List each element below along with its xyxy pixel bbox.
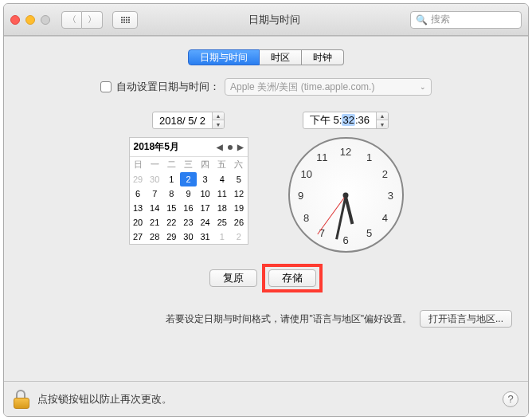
calendar-day[interactable]: 26 xyxy=(230,215,247,230)
calendar-day[interactable]: 29 xyxy=(163,230,180,244)
content: 日期与时间 时区 时钟 自动设置日期与时间： Apple 美洲/美国 (time… xyxy=(4,36,528,416)
time-minute: 32 xyxy=(342,114,354,126)
minimize-icon[interactable] xyxy=(25,15,35,25)
calendar-day[interactable]: 30 xyxy=(180,230,197,244)
hint-row: 若要设定日期与时间格式，请使用"语言与地区"偏好设置。 打开语言与地区... xyxy=(20,310,512,328)
open-language-region-button[interactable]: 打开语言与地区... xyxy=(420,310,512,328)
close-icon[interactable] xyxy=(10,15,20,25)
time-column: 下午 5:32:36 ▲ ▼ 12 1 2 3 xyxy=(288,112,404,253)
show-all-button[interactable] xyxy=(112,11,138,29)
time-ampm: 下午 xyxy=(310,114,331,126)
calendar-day[interactable]: 21 xyxy=(147,215,163,230)
calendar-day[interactable]: 7 xyxy=(147,186,163,201)
calendar-day[interactable]: 24 xyxy=(197,215,213,230)
calendar-day[interactable]: 17 xyxy=(197,201,213,215)
search-icon: 🔍 xyxy=(416,14,428,26)
calendar-weekday: 二 xyxy=(163,157,180,172)
date-value: 2018/ 5/ 2 xyxy=(153,115,212,127)
calendar-day[interactable]: 10 xyxy=(197,186,213,201)
analog-clock: 12 1 2 3 4 5 6 7 8 9 10 11 xyxy=(288,137,404,253)
tab-clock[interactable]: 时钟 xyxy=(302,49,344,65)
stepper-down-icon[interactable]: ▼ xyxy=(377,120,388,128)
calendar-day[interactable]: 1 xyxy=(163,172,180,186)
calendar-day[interactable]: 2 xyxy=(180,172,197,186)
forward-button[interactable]: 〉 xyxy=(82,11,103,29)
date-field[interactable]: 2018/ 5/ 2 ▲ ▼ xyxy=(152,112,225,129)
clock-6: 6 xyxy=(342,234,348,245)
clock-face: 12 1 2 3 4 5 6 7 8 9 10 11 xyxy=(288,137,404,253)
chevron-down-icon: ⌄ xyxy=(420,83,426,91)
calendar-day[interactable]: 12 xyxy=(230,186,247,201)
calendar-weekday: 五 xyxy=(213,157,230,172)
calendar-weekday: 一 xyxy=(147,157,163,172)
calendar-day[interactable]: 14 xyxy=(147,201,163,215)
calendar-day[interactable]: 3 xyxy=(197,172,213,186)
lock-body-icon xyxy=(14,398,29,409)
calendar-day[interactable]: 11 xyxy=(213,186,230,201)
save-button[interactable]: 存储 xyxy=(268,269,316,287)
calendar-day[interactable]: 9 xyxy=(180,186,197,201)
calendar-day[interactable]: 19 xyxy=(230,201,247,215)
calendar-weekday: 三 xyxy=(180,157,197,172)
clock-center xyxy=(343,192,349,198)
calendar-prev-icon[interactable]: ◀ xyxy=(217,143,223,151)
help-button[interactable]: ? xyxy=(503,391,518,407)
stepper-up-icon[interactable]: ▲ xyxy=(213,112,224,120)
calendar-day-prev[interactable]: 30 xyxy=(147,172,163,186)
clock-5: 5 xyxy=(366,227,372,239)
calendar-day-prev[interactable]: 29 xyxy=(130,172,147,186)
calendar-day[interactable]: 15 xyxy=(163,201,180,215)
highlight-box: 存储 xyxy=(262,264,323,292)
clock-12: 12 xyxy=(340,145,351,157)
calendar: 2018年5月 ◀ ▶ 日一二三四五六293012345678910111213… xyxy=(129,137,248,245)
date-stepper[interactable]: ▲ ▼ xyxy=(212,112,224,128)
hint-text: 若要设定日期与时间格式，请使用"语言与地区"偏好设置。 xyxy=(166,312,412,326)
calendar-day[interactable]: 27 xyxy=(130,230,147,244)
auto-set-row: 自动设置日期与时间： Apple 美洲/美国 (time.apple.com.)… xyxy=(20,78,512,96)
lock-button[interactable] xyxy=(14,390,29,409)
tab-date-time[interactable]: 日期与时间 xyxy=(188,49,260,65)
window-body: 日期与时间 时区 时钟 自动设置日期与时间： Apple 美洲/美国 (time… xyxy=(4,36,528,416)
calendar-day[interactable]: 4 xyxy=(213,172,230,186)
tab-bar: 日期与时间 时区 时钟 xyxy=(20,49,512,65)
calendar-day[interactable]: 5 xyxy=(230,172,247,186)
zoom-icon xyxy=(41,15,50,25)
search-input[interactable]: 🔍 搜索 xyxy=(410,11,522,29)
calendar-weekday: 四 xyxy=(197,157,213,172)
time-field[interactable]: 下午 5:32:36 ▲ ▼ xyxy=(303,112,389,129)
calendar-grid: 日一二三四五六293012345678910111213141516171819… xyxy=(130,157,248,244)
calendar-header: 2018年5月 ◀ ▶ xyxy=(130,138,248,157)
time-stepper[interactable]: ▲ ▼ xyxy=(376,112,388,128)
back-button[interactable]: 〈 xyxy=(61,11,82,29)
stepper-up-icon[interactable]: ▲ xyxy=(377,112,388,120)
calendar-nav: ◀ ▶ xyxy=(217,143,244,151)
time-server-select[interactable]: Apple 美洲/美国 (time.apple.com.) ⌄ xyxy=(225,78,432,96)
grid-icon xyxy=(121,17,130,23)
calendar-weekday: 日 xyxy=(130,157,147,172)
nav-buttons: 〈 〉 xyxy=(61,11,103,29)
calendar-today-icon[interactable] xyxy=(228,145,233,150)
calendar-day[interactable]: 20 xyxy=(130,215,147,230)
stepper-down-icon[interactable]: ▼ xyxy=(213,120,224,128)
calendar-day-next[interactable]: 1 xyxy=(213,230,230,244)
revert-button[interactable]: 复原 xyxy=(209,269,257,287)
calendar-next-icon[interactable]: ▶ xyxy=(237,143,244,151)
window-title: 日期与时间 xyxy=(143,13,405,27)
calendar-day[interactable]: 28 xyxy=(147,230,163,244)
calendar-day-next[interactable]: 2 xyxy=(230,230,247,244)
auto-set-checkbox[interactable] xyxy=(100,81,111,92)
clock-8: 8 xyxy=(303,211,309,223)
calendar-day[interactable]: 22 xyxy=(163,215,180,230)
calendar-day[interactable]: 8 xyxy=(163,186,180,201)
calendar-day[interactable]: 25 xyxy=(213,215,230,230)
calendar-day[interactable]: 6 xyxy=(130,186,147,201)
calendar-day[interactable]: 18 xyxy=(213,201,230,215)
calendar-day[interactable]: 23 xyxy=(180,215,197,230)
date-column: 2018/ 5/ 2 ▲ ▼ 2018年5月 ◀ ▶ xyxy=(129,112,248,253)
chevron-right-icon: 〉 xyxy=(88,14,96,26)
clock-4: 4 xyxy=(382,211,388,223)
tab-timezone[interactable]: 时区 xyxy=(260,49,302,65)
calendar-day[interactable]: 16 xyxy=(180,201,197,215)
calendar-day[interactable]: 13 xyxy=(130,201,147,215)
calendar-day[interactable]: 31 xyxy=(197,230,213,244)
